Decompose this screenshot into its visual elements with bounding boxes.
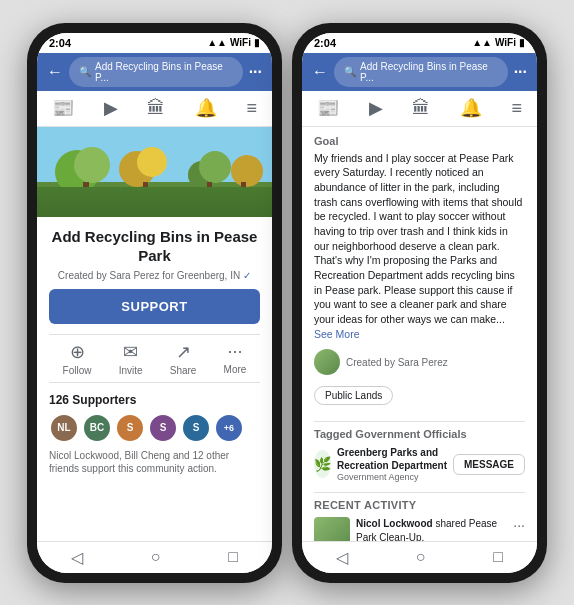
petition-title-left: Add Recycling Bins in Pease Park	[49, 227, 260, 266]
status-icons-right: ▲▲ WiFi ▮	[472, 37, 525, 48]
back-arrow-right[interactable]: ←	[312, 63, 328, 81]
svg-point-3	[74, 147, 110, 183]
search-bar-left[interactable]: 🔍 Add Recycling Bins in Pease P...	[69, 57, 243, 87]
marketplace-icon-left[interactable]: 🏛	[147, 98, 165, 119]
activity-user: Nicol Lockwood	[356, 518, 433, 529]
hero-image-left	[37, 127, 272, 217]
battery-icon-right: ▮	[519, 37, 525, 48]
search-text-left: Add Recycling Bins in Pease P...	[95, 61, 233, 83]
official-type: Government Agency	[337, 472, 453, 482]
avatar-5: S	[181, 413, 211, 443]
official-name: Greenberg Parks and Recreation Departmen…	[337, 446, 453, 472]
status-time-right: 2:04	[314, 37, 336, 49]
goal-text: My friends and I play soccer at Pease Pa…	[314, 151, 525, 342]
bottom-nav-left: ◁ ○ □	[37, 541, 272, 573]
phones-container: 2:04 ▲▲ WiFi ▮ ← 🔍 Add Recycling Bins in…	[27, 23, 547, 583]
back-nav-left[interactable]: ◁	[71, 548, 83, 567]
more-menu-left[interactable]: ···	[249, 63, 262, 81]
notifications-icon-left[interactable]: 🔔	[195, 97, 217, 119]
svg-point-9	[199, 151, 231, 183]
left-screen: 2:04 ▲▲ WiFi ▮ ← 🔍 Add Recycling Bins in…	[37, 33, 272, 573]
right-phone: 2:04 ▲▲ WiFi ▮ ← 🔍 Add Recycling Bins in…	[292, 23, 547, 583]
supporters-text: Nicol Lockwood, Bill Cheng and 12 other …	[49, 449, 260, 475]
avatar-2: BC	[82, 413, 112, 443]
video-icon-left[interactable]: ▶	[104, 97, 118, 119]
follow-icon: ⊕	[70, 341, 85, 363]
video-icon-right[interactable]: ▶	[369, 97, 383, 119]
activity-text: Nicol Lockwood shared Pease Park Clean-U…	[356, 517, 507, 540]
tagged-officials-section: Tagged Government Officials 🌿 Greenberg …	[314, 428, 525, 482]
menu-icon-right[interactable]: ≡	[512, 98, 523, 119]
divider-2	[314, 492, 525, 493]
divider-1	[314, 421, 525, 422]
official-icon: 🌿	[314, 450, 331, 478]
see-more-link[interactable]: See More	[314, 328, 360, 340]
invite-action[interactable]: ✉ Invite	[119, 341, 143, 376]
share-label: Share	[170, 365, 197, 376]
creator-row: Created by Sara Perez	[314, 349, 525, 375]
official-row: 🌿 Greenberg Parks and Recreation Departm…	[314, 446, 525, 482]
square-nav-right[interactable]: □	[493, 548, 503, 566]
search-bar-right[interactable]: 🔍 Add Recycling Bins in Pease P...	[334, 57, 508, 87]
creator-label: Created by Sara Perez	[346, 357, 448, 368]
signal-icon-left: ▲▲	[207, 37, 227, 48]
invite-label: Invite	[119, 365, 143, 376]
home-nav-left[interactable]: ○	[151, 548, 161, 566]
notifications-icon-right[interactable]: 🔔	[460, 97, 482, 119]
left-content: Add Recycling Bins in Pease Park Created…	[37, 217, 272, 541]
left-phone: 2:04 ▲▲ WiFi ▮ ← 🔍 Add Recycling Bins in…	[27, 23, 282, 583]
avatar-1: NL	[49, 413, 79, 443]
message-button[interactable]: MESSAGE	[453, 454, 525, 475]
svg-rect-4	[83, 182, 89, 197]
avatar-3: S	[115, 413, 145, 443]
status-bar-left: 2:04 ▲▲ WiFi ▮	[37, 33, 272, 53]
wifi-icon-left: WiFi	[230, 37, 251, 48]
icon-nav-left: 📰 ▶ 🏛 🔔 ≡	[37, 91, 272, 127]
share-action[interactable]: ↗ Share	[170, 341, 197, 376]
svg-rect-12	[241, 182, 246, 197]
wifi-icon-right: WiFi	[495, 37, 516, 48]
activity-item: Nicol Lockwood shared Pease Park Clean-U…	[314, 517, 525, 540]
svg-rect-7	[143, 182, 148, 197]
menu-icon-left[interactable]: ≡	[247, 98, 258, 119]
news-icon-left[interactable]: 📰	[52, 97, 74, 119]
square-nav-left[interactable]: □	[228, 548, 238, 566]
activity-more-icon[interactable]: ···	[513, 517, 525, 533]
more-icon-action: ···	[227, 341, 242, 362]
support-button-left[interactable]: SUPPORT	[49, 289, 260, 324]
more-menu-right[interactable]: ···	[514, 63, 527, 81]
activity-thumbnail	[314, 517, 350, 540]
search-icon-left: 🔍	[79, 66, 91, 77]
status-icons-left: ▲▲ WiFi ▮	[207, 37, 260, 48]
follow-action[interactable]: ⊕ Follow	[63, 341, 92, 376]
search-icon-right: 🔍	[344, 66, 356, 77]
back-nav-right[interactable]: ◁	[336, 548, 348, 567]
signal-icon-right: ▲▲	[472, 37, 492, 48]
right-screen: 2:04 ▲▲ WiFi ▮ ← 🔍 Add Recycling Bins in…	[302, 33, 537, 573]
verified-icon-left: ✓	[243, 270, 251, 281]
more-action[interactable]: ··· More	[224, 341, 247, 376]
avatar-4: S	[148, 413, 178, 443]
public-lands-tag[interactable]: Public Lands	[314, 386, 393, 405]
back-arrow-left[interactable]: ←	[47, 63, 63, 81]
recent-activity-label: RECENT ACTIVITY	[314, 499, 525, 511]
marketplace-icon-right[interactable]: 🏛	[412, 98, 430, 119]
creator-avatar	[314, 349, 340, 375]
nav-bar-left: ← 🔍 Add Recycling Bins in Pease P... ···	[37, 53, 272, 91]
nav-bar-right: ← 🔍 Add Recycling Bins in Pease P... ···	[302, 53, 537, 91]
battery-icon-left: ▮	[254, 37, 260, 48]
tagged-officials-label: Tagged Government Officials	[314, 428, 525, 440]
search-text-right: Add Recycling Bins in Pease P...	[360, 61, 498, 83]
follow-label: Follow	[63, 365, 92, 376]
right-content: Goal My friends and I play soccer at Pea…	[302, 127, 537, 541]
goal-label: Goal	[314, 135, 525, 147]
petition-sub-left: Created by Sara Perez for Greenberg, IN …	[49, 270, 260, 281]
svg-rect-10	[207, 182, 212, 197]
home-nav-right[interactable]: ○	[416, 548, 426, 566]
invite-icon: ✉	[123, 341, 138, 363]
official-details: Greenberg Parks and Recreation Departmen…	[337, 446, 453, 482]
svg-point-6	[137, 147, 167, 177]
avatars-row: NL BC S S S +6	[49, 413, 260, 443]
action-row-left: ⊕ Follow ✉ Invite ↗ Share ··· More	[49, 334, 260, 383]
news-icon-right[interactable]: 📰	[317, 97, 339, 119]
